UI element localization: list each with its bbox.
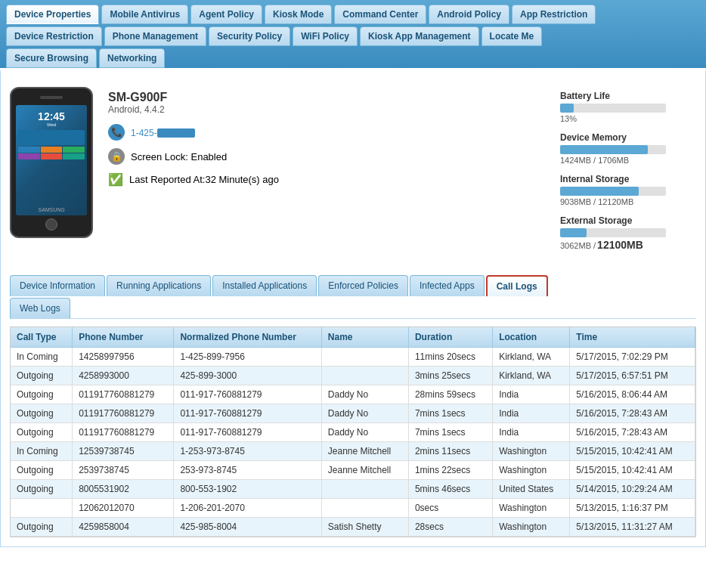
cell-normalized: 425-985-8004 [174,518,321,537]
main-content: 12:45 Wed SAMSUNG SM-G900F [0,70,706,547]
nav-tab-networking[interactable]: Networking [99,48,165,68]
table-row: Outgoing4258993000425-899-30003mins 25se… [11,367,695,385]
nav-tab-command-center[interactable]: Command Center [334,5,426,24]
cell-time: 5/16/2015, 8:06:44 AM [570,385,695,404]
phone-icon: 📞 [108,124,125,141]
phone-number: 1-425-●●●-●●●● [131,127,195,138]
cell-location: Washington [493,461,570,480]
cell-name: Satish Shetty [321,518,408,537]
cell-time: 5/16/2015, 7:28:43 AM [570,404,695,423]
tab-infected-apps[interactable]: Infected Apps [410,275,485,296]
device-section: 12:45 Wed SAMSUNG SM-G900F [10,79,696,271]
tab-web-logs[interactable]: Web Logs [10,298,70,318]
table-row: In Coming142589979561-425-899-795611mins… [11,348,695,367]
nav-tab-mobile-antivirus[interactable]: Mobile Antivirus [101,5,188,24]
last-reported-label: Last Reported At:32 Minute(s) ago [129,174,279,185]
cell-phone: 2539738745 [73,461,174,480]
cell-normalized: 800-553-1902 [174,480,321,499]
cell-normalized: 425-899-3000 [174,367,321,385]
samsung-logo: SAMSUNG [11,207,91,212]
screen-time: 12:45 [18,110,85,122]
cell-call_type: Outgoing [11,518,73,537]
memory-value: 1424MB / 1706MB [560,156,696,165]
cell-duration: 0secs [408,499,492,518]
nav-tab-security-policy[interactable]: Security Policy [209,26,290,46]
content-tabs-row1: Device InformationRunning ApplicationsIn… [10,275,696,296]
nav-tab-locate-me[interactable]: Locate Me [482,26,543,46]
device-stats-panel: Battery Life 13% Device Memory 1424MB / … [560,87,696,260]
tab-device-information[interactable]: Device Information [10,275,105,296]
call-logs-table-wrapper: Call TypePhone NumberNormalized Phone Nu… [10,326,696,537]
screen-lock-row: 🔒 Screen Lock: Enabled [108,148,545,165]
nav-tab-wifi-policy[interactable]: WiFi Policy [293,26,358,46]
cell-time: 5/13/2015, 1:16:37 PM [570,499,695,518]
memory-bar-fill [560,145,648,154]
memory-stat: Device Memory 1424MB / 1706MB [560,132,696,165]
col-header-time: Time [570,327,695,348]
cell-normalized: 011-917-760881279 [174,404,321,423]
device-name: SM-G900F [108,91,545,104]
screen-lock-label: Screen Lock: Enabled [131,151,227,162]
cell-phone: 14258997956 [73,348,174,367]
nav-tab-device-restriction[interactable]: Device Restriction [6,26,102,46]
content-tabs-section: Device InformationRunning ApplicationsIn… [10,275,696,319]
cell-name: Daddy No [321,404,408,423]
nav-tab-secure-browsing[interactable]: Secure Browsing [6,48,97,68]
screen-content: 12:45 Wed [16,105,87,162]
cell-call_type: Outgoing [11,461,73,480]
tab-running-applications[interactable]: Running Applications [107,275,211,296]
internal-bar-fill [560,187,639,196]
cell-duration: 28mins 59secs [408,385,492,404]
cell-call_type: In Coming [11,348,73,367]
cell-duration: 11mins 20secs [408,348,492,367]
cell-name: Daddy No [321,423,408,442]
nav-tab-phone-management[interactable]: Phone Management [104,26,206,46]
cell-phone: 011917760881279 [73,385,174,404]
col-header-call-type: Call Type [11,327,73,348]
table-row: In Coming125397387451-253-973-8745Jeanne… [11,442,695,461]
cell-duration: 7mins 1secs [408,404,492,423]
cell-normalized: 253-973-8745 [174,461,321,480]
col-header-phone-number: Phone Number [73,327,174,348]
cell-call_type: Outgoing [11,404,73,423]
call-logs-table: Call TypePhone NumberNormalized Phone Nu… [11,327,695,537]
nav-tab-agent-policy[interactable]: Agent Policy [190,5,262,24]
cell-duration: 5mins 46secs [408,480,492,499]
cell-name [321,499,408,518]
external-storage-prefix: 3062MB / [560,241,596,250]
cell-time: 5/16/2015, 7:28:43 AM [570,423,695,442]
table-header: Call TypePhone NumberNormalized Phone Nu… [11,327,695,348]
cell-time: 5/17/2015, 7:02:29 PM [570,348,695,367]
cell-normalized: 1-425-899-7956 [174,348,321,367]
nav-tab-kiosk-mode[interactable]: Kiosk Mode [265,5,332,24]
cell-phone: 12539738745 [73,442,174,461]
col-header-duration: Duration [408,327,492,348]
table-row: Outgoing2539738745253-973-8745Jeanne Mit… [11,461,695,480]
nav-row-3: Secure BrowsingNetworking [6,48,700,68]
table-body: In Coming142589979561-425-899-795611mins… [11,348,695,537]
device-image: 12:45 Wed SAMSUNG [10,87,93,238]
cell-normalized: 1-253-973-8745 [174,442,321,461]
screen-date: Wed [18,122,85,127]
nav-tab-device-properties[interactable]: Device Properties [6,5,99,24]
cell-name [321,367,408,385]
nav-tab-kiosk-app-management[interactable]: Kiosk App Management [360,26,479,46]
cell-call_type [11,499,73,518]
cell-location: Kirkland, WA [493,367,570,385]
internal-storage-label: Internal Storage [560,174,696,184]
nav-tab-app-restriction[interactable]: App Restriction [512,5,596,24]
battery-value: 13% [560,114,696,123]
cell-location: Washington [493,499,570,518]
tab-call-logs[interactable]: Call Logs [486,275,548,296]
cell-normalized: 1-206-201-2070 [174,499,321,518]
tab-enforced-policies[interactable]: Enforced Policies [318,275,408,296]
device-os: Android, 4.4.2 [108,104,545,115]
cell-time: 5/14/2015, 10:29:24 AM [570,480,695,499]
tab-installed-applications[interactable]: Installed Applications [212,275,317,296]
nav-tab-android-policy[interactable]: Android Policy [429,5,509,24]
external-storage-label: External Storage [560,215,696,226]
cell-call_type: Outgoing [11,367,73,385]
external-storage-stat: External Storage 3062MB / 12100MB [560,215,696,251]
nav-row-1: Device PropertiesMobile AntivirusAgent P… [6,5,700,24]
cell-phone: 011917760881279 [73,423,174,442]
